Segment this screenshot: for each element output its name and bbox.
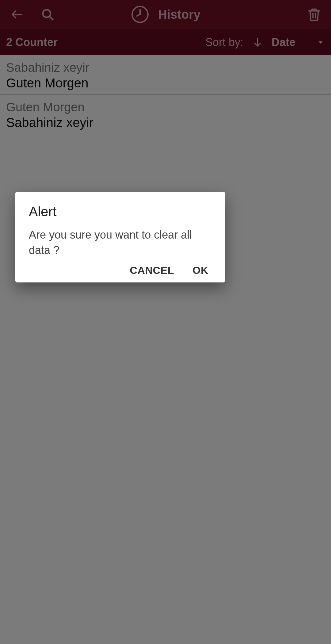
dialog-actions: CANCEL OK [29, 258, 211, 276]
ok-button[interactable]: OK [192, 264, 208, 276]
dialog-title: Alert [29, 204, 211, 219]
alert-dialog: Alert Are you sure you want to clear all… [15, 192, 225, 282]
modal-overlay[interactable]: Alert Are you sure you want to clear all… [0, 0, 331, 644]
cancel-button[interactable]: CANCEL [130, 264, 174, 276]
dialog-message: Are you sure you want to clear all data … [29, 227, 211, 258]
